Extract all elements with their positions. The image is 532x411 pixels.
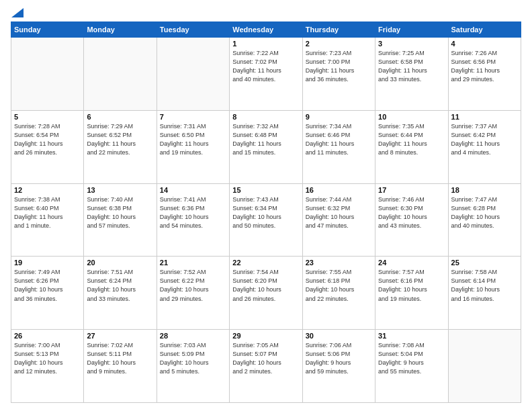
calendar-week-4: 26Sunrise: 7:00 AM Sunset: 5:13 PM Dayli… [11, 330, 521, 403]
day-number: 11 [451, 113, 518, 121]
day-detail: Sunrise: 7:31 AM Sunset: 6:50 PM Dayligh… [160, 122, 226, 157]
logo [11, 8, 24, 16]
day-number: 27 [87, 332, 153, 340]
day-number: 20 [87, 259, 153, 267]
day-detail: Sunrise: 7:26 AM Sunset: 6:56 PM Dayligh… [451, 49, 518, 84]
day-detail: Sunrise: 7:52 AM Sunset: 6:22 PM Dayligh… [160, 268, 226, 303]
day-detail: Sunrise: 7:22 AM Sunset: 7:02 PM Dayligh… [232, 49, 299, 84]
calendar-cell [11, 38, 84, 111]
day-detail: Sunrise: 7:29 AM Sunset: 6:52 PM Dayligh… [87, 122, 153, 157]
calendar-cell [448, 330, 521, 403]
day-detail: Sunrise: 7:43 AM Sunset: 6:34 PM Dayligh… [232, 195, 299, 230]
calendar-cell: 2Sunrise: 7:23 AM Sunset: 7:00 PM Daylig… [302, 38, 375, 111]
day-detail: Sunrise: 7:06 AM Sunset: 5:06 PM Dayligh… [306, 341, 372, 376]
day-number: 28 [160, 332, 226, 340]
weekday-header-tuesday: Tuesday [157, 22, 229, 38]
calendar-cell: 6Sunrise: 7:29 AM Sunset: 6:52 PM Daylig… [84, 110, 157, 183]
calendar-cell: 25Sunrise: 7:58 AM Sunset: 6:14 PM Dayli… [448, 257, 521, 330]
calendar-cell: 28Sunrise: 7:03 AM Sunset: 5:09 PM Dayli… [157, 330, 229, 403]
calendar-cell: 1Sunrise: 7:22 AM Sunset: 7:02 PM Daylig… [230, 38, 302, 111]
day-detail: Sunrise: 7:34 AM Sunset: 6:46 PM Dayligh… [306, 122, 372, 157]
day-detail: Sunrise: 7:46 AM Sunset: 6:30 PM Dayligh… [378, 195, 445, 230]
calendar-cell: 17Sunrise: 7:46 AM Sunset: 6:30 PM Dayli… [375, 183, 448, 257]
day-detail: Sunrise: 7:03 AM Sunset: 5:09 PM Dayligh… [160, 341, 226, 376]
day-detail: Sunrise: 7:54 AM Sunset: 6:20 PM Dayligh… [232, 268, 299, 303]
calendar-cell: 11Sunrise: 7:37 AM Sunset: 6:42 PM Dayli… [448, 110, 521, 183]
day-number: 30 [306, 332, 372, 340]
day-number: 26 [14, 332, 81, 340]
calendar-cell: 3Sunrise: 7:25 AM Sunset: 6:58 PM Daylig… [375, 38, 448, 111]
day-detail: Sunrise: 7:37 AM Sunset: 6:42 PM Dayligh… [451, 122, 518, 157]
day-detail: Sunrise: 7:51 AM Sunset: 6:24 PM Dayligh… [87, 268, 153, 303]
calendar-cell [84, 38, 157, 111]
day-number: 14 [160, 186, 226, 194]
calendar-cell: 19Sunrise: 7:49 AM Sunset: 6:26 PM Dayli… [11, 257, 84, 330]
day-number: 8 [232, 113, 299, 121]
calendar-cell: 30Sunrise: 7:06 AM Sunset: 5:06 PM Dayli… [302, 330, 375, 403]
day-number: 6 [87, 113, 153, 121]
calendar-cell: 8Sunrise: 7:32 AM Sunset: 6:48 PM Daylig… [230, 110, 302, 183]
svg-marker-0 [11, 8, 24, 17]
day-number: 22 [232, 259, 299, 267]
day-detail: Sunrise: 7:49 AM Sunset: 6:26 PM Dayligh… [14, 268, 81, 303]
calendar-week-2: 12Sunrise: 7:38 AM Sunset: 6:40 PM Dayli… [11, 183, 521, 257]
day-detail: Sunrise: 7:00 AM Sunset: 5:13 PM Dayligh… [14, 341, 81, 376]
day-number: 13 [87, 186, 153, 194]
day-detail: Sunrise: 7:44 AM Sunset: 6:32 PM Dayligh… [306, 195, 372, 230]
day-number: 25 [451, 259, 518, 267]
day-number: 23 [306, 259, 372, 267]
calendar-cell: 27Sunrise: 7:02 AM Sunset: 5:11 PM Dayli… [84, 330, 157, 403]
calendar-cell: 4Sunrise: 7:26 AM Sunset: 6:56 PM Daylig… [448, 38, 521, 111]
day-number: 29 [232, 332, 299, 340]
calendar-cell [157, 38, 229, 111]
calendar-cell: 14Sunrise: 7:41 AM Sunset: 6:36 PM Dayli… [157, 183, 229, 257]
day-detail: Sunrise: 7:23 AM Sunset: 7:00 PM Dayligh… [306, 49, 372, 84]
calendar-cell: 16Sunrise: 7:44 AM Sunset: 6:32 PM Dayli… [302, 183, 375, 257]
calendar-week-0: 1Sunrise: 7:22 AM Sunset: 7:02 PM Daylig… [11, 38, 521, 111]
day-number: 2 [306, 40, 372, 48]
day-number: 4 [451, 40, 518, 48]
weekday-header-thursday: Thursday [302, 22, 375, 38]
header [11, 8, 521, 16]
day-detail: Sunrise: 7:38 AM Sunset: 6:40 PM Dayligh… [14, 195, 81, 230]
day-detail: Sunrise: 7:55 AM Sunset: 6:18 PM Dayligh… [306, 268, 372, 303]
calendar-cell: 22Sunrise: 7:54 AM Sunset: 6:20 PM Dayli… [230, 257, 302, 330]
calendar-cell: 31Sunrise: 7:08 AM Sunset: 5:04 PM Dayli… [375, 330, 448, 403]
calendar-cell: 5Sunrise: 7:28 AM Sunset: 6:54 PM Daylig… [11, 110, 84, 183]
day-detail: Sunrise: 7:57 AM Sunset: 6:16 PM Dayligh… [378, 268, 445, 303]
day-number: 19 [14, 259, 81, 267]
day-number: 7 [160, 113, 226, 121]
weekday-header-sunday: Sunday [11, 22, 84, 38]
day-number: 24 [378, 259, 445, 267]
day-detail: Sunrise: 7:28 AM Sunset: 6:54 PM Dayligh… [14, 122, 81, 157]
weekday-header-monday: Monday [84, 22, 157, 38]
day-number: 21 [160, 259, 226, 267]
calendar-cell: 13Sunrise: 7:40 AM Sunset: 6:38 PM Dayli… [84, 183, 157, 257]
day-detail: Sunrise: 7:08 AM Sunset: 5:04 PM Dayligh… [378, 341, 445, 376]
calendar-cell: 20Sunrise: 7:51 AM Sunset: 6:24 PM Dayli… [84, 257, 157, 330]
calendar-cell: 15Sunrise: 7:43 AM Sunset: 6:34 PM Dayli… [230, 183, 302, 257]
day-detail: Sunrise: 7:58 AM Sunset: 6:14 PM Dayligh… [451, 268, 518, 303]
day-detail: Sunrise: 7:02 AM Sunset: 5:11 PM Dayligh… [87, 341, 153, 376]
day-number: 18 [451, 186, 518, 194]
calendar-cell: 9Sunrise: 7:34 AM Sunset: 6:46 PM Daylig… [302, 110, 375, 183]
calendar-cell: 24Sunrise: 7:57 AM Sunset: 6:16 PM Dayli… [375, 257, 448, 330]
day-number: 3 [378, 40, 445, 48]
calendar-table: SundayMondayTuesdayWednesdayThursdayFrid… [11, 21, 521, 403]
day-number: 1 [232, 40, 299, 48]
calendar-cell: 29Sunrise: 7:05 AM Sunset: 5:07 PM Dayli… [230, 330, 302, 403]
day-number: 12 [14, 186, 81, 194]
calendar-cell: 26Sunrise: 7:00 AM Sunset: 5:13 PM Dayli… [11, 330, 84, 403]
day-detail: Sunrise: 7:25 AM Sunset: 6:58 PM Dayligh… [378, 49, 445, 84]
weekday-header-friday: Friday [375, 22, 448, 38]
calendar-cell: 10Sunrise: 7:35 AM Sunset: 6:44 PM Dayli… [375, 110, 448, 183]
day-number: 5 [14, 113, 81, 121]
day-detail: Sunrise: 7:32 AM Sunset: 6:48 PM Dayligh… [232, 122, 299, 157]
calendar-header-row: SundayMondayTuesdayWednesdayThursdayFrid… [11, 22, 521, 38]
calendar-cell: 18Sunrise: 7:47 AM Sunset: 6:28 PM Dayli… [448, 183, 521, 257]
day-number: 17 [378, 186, 445, 194]
day-detail: Sunrise: 7:41 AM Sunset: 6:36 PM Dayligh… [160, 195, 226, 230]
logo-triangle-icon [11, 8, 24, 17]
day-number: 16 [306, 186, 372, 194]
weekday-header-wednesday: Wednesday [230, 22, 302, 38]
